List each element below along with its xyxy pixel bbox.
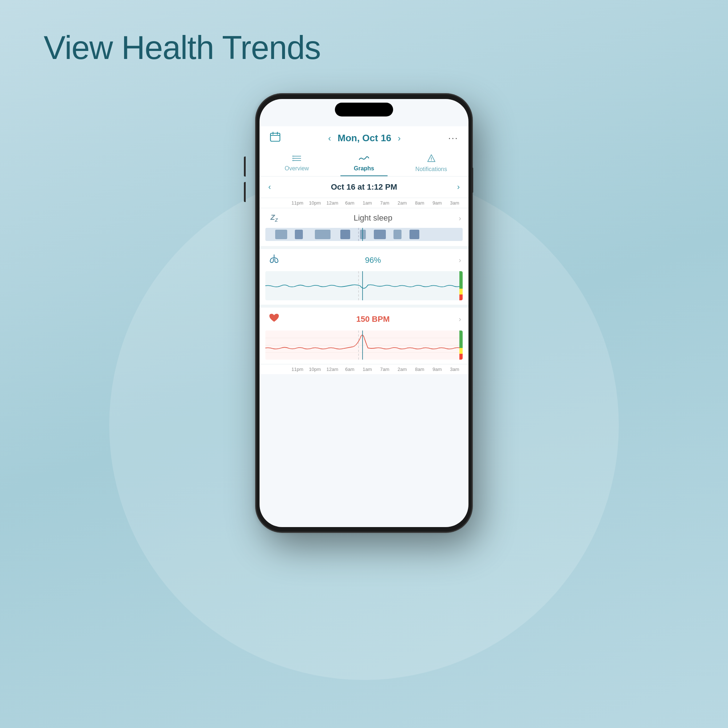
- time-tick-b: 8am: [411, 367, 428, 372]
- sleep-icon: ZZ: [267, 213, 281, 223]
- time-tick: 6am: [341, 200, 359, 206]
- time-tick-b: 2am: [393, 367, 411, 372]
- heart-section: 150 BPM ›: [260, 307, 468, 364]
- hr-dotted-cursor: [358, 330, 359, 359]
- o2-cursor-line: [362, 271, 363, 300]
- oxygen-value: 96%: [287, 255, 459, 265]
- time-tick: 9am: [428, 200, 446, 206]
- svg-rect-0: [271, 133, 280, 141]
- time-axis-top: 11pm 10pm 12am 6am 1am 7am 2am 8am 9am 3…: [260, 198, 468, 208]
- sleep-header[interactable]: ZZ Light sleep ›: [260, 208, 468, 228]
- time-tick-b: 12am: [324, 367, 341, 372]
- time-tick: 2am: [393, 200, 411, 206]
- tab-notifications[interactable]: Notifications: [398, 150, 465, 176]
- time-tick-b: 7am: [376, 367, 393, 372]
- o2-color-scale: [459, 271, 463, 300]
- date-nav: ‹ Oct 16 at 1:12 PM ›: [260, 177, 468, 198]
- time-tick-b: 10pm: [306, 367, 324, 372]
- heart-value: 150 BPM: [287, 315, 459, 324]
- notifications-icon: [427, 154, 436, 165]
- oxygen-chart: [265, 271, 463, 300]
- header-bar: ‹ Mon, Oct 16 › ···: [260, 126, 468, 150]
- time-tick-b: 9am: [428, 367, 446, 372]
- date-nav-label: Oct 16 at 1:12 PM: [271, 182, 457, 192]
- screen-content: ‹ Mon, Oct 16 › ···: [260, 126, 468, 527]
- volume-up-button[interactable]: [244, 156, 246, 177]
- svg-point-11: [431, 160, 432, 161]
- dynamic-island: [335, 102, 393, 116]
- header-nav: ‹ Mon, Oct 16 ›: [281, 133, 448, 144]
- notifications-label: Notifications: [415, 166, 447, 173]
- sleep-chart: [265, 228, 463, 241]
- heart-chart: [265, 330, 463, 359]
- oxygen-svg: [265, 271, 463, 300]
- overview-icon: [292, 154, 301, 164]
- oxygen-section: 96% ›: [260, 249, 468, 307]
- time-tick: 7am: [376, 200, 393, 206]
- time-tick: 12am: [324, 200, 341, 206]
- graphs-label: Graphs: [354, 165, 374, 172]
- sleep-cursor-line: [362, 228, 363, 241]
- time-tick: 1am: [359, 200, 376, 206]
- heart-header[interactable]: 150 BPM ›: [260, 307, 468, 330]
- overview-label: Overview: [284, 165, 309, 172]
- hr-cursor-line: [362, 330, 363, 359]
- tab-bar: Overview Graphs: [260, 150, 468, 177]
- next-date-button[interactable]: ›: [398, 133, 401, 144]
- o2-dotted-cursor: [358, 271, 359, 300]
- time-axis-bottom: 11pm 10pm 12am 6am 1am 7am 2am 8am 9am 3…: [260, 364, 468, 374]
- time-tick: 11pm: [289, 200, 306, 206]
- heart-icon: [267, 313, 281, 326]
- time-tick-b: 3am: [446, 367, 463, 372]
- tab-graphs[interactable]: Graphs: [330, 150, 398, 176]
- prev-period-button[interactable]: ‹: [268, 182, 271, 192]
- time-tick: 3am: [446, 200, 463, 206]
- heart-chevron: ›: [459, 315, 461, 323]
- lungs-icon: [267, 254, 281, 266]
- oxygen-chevron: ›: [459, 256, 461, 264]
- time-tick: 8am: [411, 200, 428, 206]
- sleep-chevron: ›: [459, 214, 461, 222]
- oxygen-header[interactable]: 96% ›: [260, 249, 468, 271]
- header-date: Mon, Oct 16: [337, 133, 391, 144]
- hr-color-scale: [459, 330, 463, 359]
- next-period-button[interactable]: ›: [457, 182, 460, 192]
- time-tick-b: 1am: [359, 367, 376, 372]
- tab-overview[interactable]: Overview: [263, 150, 330, 176]
- prev-date-button[interactable]: ‹: [328, 133, 331, 144]
- sleep-value: Light sleep: [287, 213, 459, 223]
- more-options-button[interactable]: ···: [448, 133, 458, 144]
- time-tick-b: 6am: [341, 367, 359, 372]
- time-tick-b: 11pm: [289, 367, 306, 372]
- graphs-icon: [359, 154, 369, 164]
- sleep-section: ZZ Light sleep ›: [260, 208, 468, 249]
- volume-down-button[interactable]: [244, 182, 246, 202]
- phone-shell: ‹ Mon, Oct 16 › ···: [257, 95, 471, 531]
- sleep-dotted-cursor: [358, 228, 359, 241]
- time-tick: 10pm: [306, 200, 324, 206]
- page-title: View Health Trends: [44, 29, 321, 67]
- power-button[interactable]: [471, 167, 473, 193]
- phone-screen: ‹ Mon, Oct 16 › ···: [260, 99, 468, 527]
- calendar-icon[interactable]: [270, 132, 281, 145]
